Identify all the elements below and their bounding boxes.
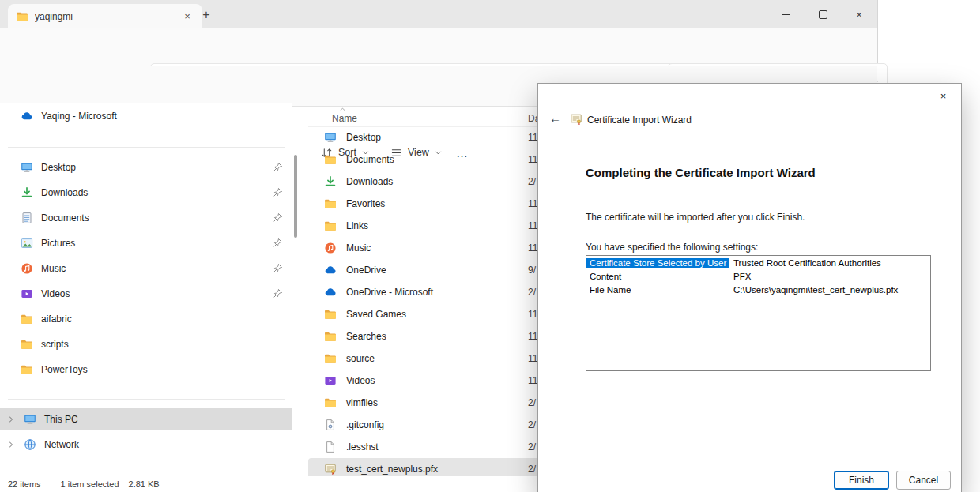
sidebar-item-label: Yaqing - Microsoft [41,111,117,122]
sidebar-item-documents[interactable]: Documents [5,207,288,229]
sidebar-item-scripts[interactable]: scripts [5,333,288,355]
dialog-back-button[interactable]: ← [549,111,561,125]
network-icon [24,438,36,451]
folder-icon [324,308,337,321]
folder-icon [324,352,337,365]
finish-button[interactable]: Finish [834,471,889,490]
navigation-bar: ← → ↑ This PC Windows (C:) Users yaqingm… [0,28,877,66]
file-name: Favorites [346,198,385,209]
sidebar-item-powertoys[interactable]: PowerToys [5,359,288,381]
sidebar-item-label: Downloads [41,187,88,198]
sidebar-item-aifabric[interactable]: aifabric [5,308,288,330]
close-button[interactable]: × [841,0,877,28]
sidebar-item-desktop[interactable]: Desktop [5,156,288,178]
minimize-button[interactable] [768,0,805,28]
sidebar-item-label: Documents [41,212,89,223]
selection-count: 1 item selected [61,479,119,489]
file-date: 11 [528,309,537,320]
sidebar-item-onedrive[interactable]: Yaqing - Microsoft [5,105,288,127]
maximize-button[interactable] [805,0,841,28]
tab-strip: yaqingmi × + × [0,0,877,28]
file-date: 2/ [528,287,536,298]
cancel-button[interactable]: Cancel [896,471,951,490]
settings-row[interactable]: File Name C:\Users\yaqingmi\test_cert_ne… [586,283,930,296]
toolbar-separator [303,144,303,161]
dialog-title-bar: × [538,84,961,107]
folder-icon [324,153,337,166]
separator [8,399,285,400]
cloud-icon [21,110,33,122]
download-icon [21,186,33,199]
setting-value: Trusted Root Certification Authorities [729,258,881,268]
file-date: 2/ [528,397,536,408]
file-date: 2/ [528,464,536,475]
wizard-text: You have specified the following setting… [586,242,758,253]
chevron-right-icon[interactable] [6,415,16,424]
file-name: vimfiles [346,397,378,408]
folder-icon [21,338,33,351]
dialog-header: ← Certificate Import Wizard [538,111,961,130]
setting-value: PFX [729,272,751,281]
file-date: 11 [528,331,537,342]
videos-icon [21,287,33,300]
folder-icon [16,10,28,23]
file-name: Videos [346,375,375,386]
sidebar-item-network[interactable]: Network [0,434,292,456]
settings-row[interactable]: Certificate Store Selected by User Trust… [586,256,930,269]
sidebar-item-videos[interactable]: Videos [5,283,288,305]
file-name: Links [346,220,368,231]
file-name: Music [346,242,371,254]
tab-title: yaqingmi [35,11,174,22]
sidebar-scrollbar[interactable] [294,155,297,238]
setting-key-selected[interactable]: Certificate Store Selected by User [586,258,729,268]
dialog-close-icon[interactable]: × [925,84,961,107]
sidebar-item-pictures[interactable]: Pictures [5,232,288,254]
certificate-icon [324,463,337,475]
sidebar-item-label: aifabric [41,314,72,325]
folder-icon [21,313,33,325]
setting-key[interactable]: File Name [586,285,729,295]
sidebar-item-this-pc[interactable]: This PC [0,408,292,430]
file-name: Documents [346,154,394,165]
certificate-import-wizard-dialog: × ← Certificate Import Wizard Completing… [537,83,962,492]
selection-size: 2.81 KB [129,479,160,489]
new-tab-button[interactable]: + [196,6,217,24]
sidebar-item-label: This PC [44,414,78,425]
sidebar-item-downloads[interactable]: Downloads [5,182,288,204]
file-date: 11 [528,154,537,165]
sidebar-item-label: Desktop [41,162,76,173]
file-date: 11 [528,375,537,386]
certificate-icon [570,113,582,126]
pin-icon [273,288,283,299]
sidebar-item-music[interactable]: Music [5,257,288,280]
monitor-icon [324,131,337,144]
sidebar-item-label: Videos [41,288,70,299]
explorer-tab[interactable]: yaqingmi × [8,4,202,28]
videos-icon [324,374,337,387]
file-date: 11 [528,198,537,209]
setting-key[interactable]: Content [586,272,729,281]
folder-icon [324,330,337,343]
file-icon [324,441,337,453]
sidebar-item-label: Network [44,439,79,450]
separator [8,147,285,148]
file-name: Desktop [346,132,381,143]
pictures-icon [21,237,33,250]
column-header-name[interactable]: Name [332,113,357,124]
separator [51,479,51,489]
chevron-right-icon[interactable] [6,440,16,449]
file-name: Searches [346,331,386,342]
music-icon [21,262,33,275]
settings-list: Certificate Store Selected by User Trust… [586,255,931,371]
settings-row[interactable]: Content PFX [586,269,930,283]
folder-icon [324,220,337,232]
tab-close-icon[interactable]: × [180,9,194,24]
config-file-icon [324,419,337,431]
wizard-text: The certificate will be imported after y… [586,212,805,223]
folder-icon [324,197,337,210]
cloud-icon [324,286,337,299]
file-date: 11 [528,132,537,143]
music-icon [324,242,337,254]
file-date: 2/ [528,176,536,187]
file-date: 11 [528,242,537,254]
